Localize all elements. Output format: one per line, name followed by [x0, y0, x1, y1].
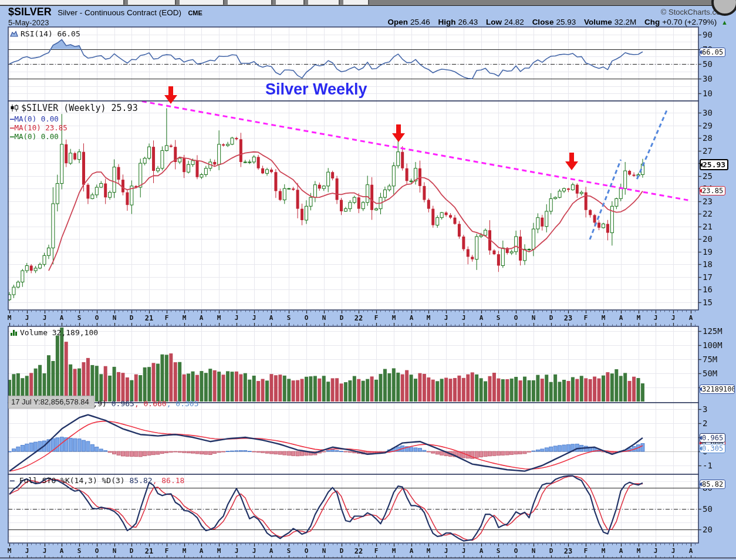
- month-axis-label: S: [497, 547, 501, 555]
- ppo-hist-value: 0.305: [175, 399, 198, 408]
- axis-tick-label: 2: [703, 419, 707, 428]
- quote-line: Open25.46 High26.43 Low24.82 Close25.93 …: [381, 18, 728, 26]
- month-axis-label: D: [340, 547, 344, 555]
- month-axis-label: J: [444, 547, 448, 555]
- month-axis-label: 23: [564, 547, 572, 555]
- month-axis-label: J: [25, 547, 29, 555]
- axis-tick-label: 20: [703, 234, 713, 244]
- rsi-label: RSI(14) 66.05: [21, 29, 80, 38]
- close-price-bubble: 25.93: [700, 159, 728, 170]
- axis-tick-label: -1: [703, 461, 713, 470]
- symbol-label: $SILVER: [8, 6, 52, 18]
- month-axis-label: J: [43, 547, 47, 555]
- chg-label: Chg: [644, 18, 660, 26]
- ma-line-swatch: —: [10, 123, 15, 132]
- month-axis-label: J: [462, 314, 466, 322]
- ma-line-label: MA(0) 0.00: [15, 114, 59, 123]
- ma-line-swatch: —: [10, 132, 15, 141]
- rsi-legend: RSI(14) 66.05: [10, 29, 80, 38]
- month-axis-label: A: [269, 314, 274, 322]
- ppo-signal-value: 0.660: [144, 399, 167, 408]
- month-axis-label: O: [305, 314, 309, 322]
- hover-tooltip: 17 Jul Y:82,856,578.84: [8, 396, 94, 409]
- month-axis-label: F: [584, 314, 588, 322]
- month-axis-label: A: [269, 547, 274, 555]
- month-axis-label: A: [200, 547, 204, 555]
- browser-tab-fragment: [128, 0, 176, 5]
- ma10-price-bubble: 23.85: [700, 186, 725, 195]
- axis-tick-label: 21: [703, 222, 713, 231]
- volume-value: 32.2M: [615, 18, 637, 26]
- sto-legend: — Full STO %K(14,3) %D(3) 85.82, 86.18: [10, 476, 184, 485]
- axis-tick-label: 10: [703, 89, 713, 98]
- month-axis-label: O: [514, 314, 518, 322]
- month-axis-label: N: [532, 547, 536, 555]
- axis-tick-label: 28: [703, 133, 713, 143]
- close-value: 25.93: [556, 18, 576, 26]
- month-axis-label: J: [671, 547, 676, 555]
- month-axis-label: F: [374, 547, 379, 555]
- month-axis-label: A: [619, 547, 623, 555]
- month-axis-label: M: [602, 314, 606, 322]
- low-label: Low: [486, 18, 502, 26]
- price-legend: $SILVER (Weekly) 25.93 —MA(0) 0.00—MA(10…: [10, 103, 138, 141]
- open-value: 25.46: [410, 18, 430, 26]
- month-axis-label: M: [392, 547, 396, 555]
- volume-label: Volume 32,189,100: [20, 328, 98, 337]
- rsi-indicator-icon: [10, 31, 18, 37]
- browser-tab-fragment: [276, 0, 305, 5]
- month-axis-label: J: [252, 547, 256, 555]
- sto-label: Full STO %K(14,3) %D(3): [19, 476, 125, 485]
- exchange-label: CME: [188, 9, 202, 16]
- month-axis-label: A: [480, 547, 484, 555]
- month-axis-label: F: [374, 314, 379, 322]
- month-axis-label: M: [637, 314, 641, 322]
- month-axis-label: M: [637, 547, 641, 555]
- ma-line-label: MA(0) 0.00: [15, 132, 59, 141]
- month-axis-label: M: [183, 314, 187, 322]
- ma-legend-row: —MA(0) 0.00: [10, 132, 138, 141]
- browser-tab-fragment: [180, 0, 224, 5]
- month-axis-label: N: [322, 314, 326, 322]
- month-axis-label: M: [217, 314, 221, 322]
- month-axis-label: A: [60, 547, 64, 555]
- chg-up-arrow-icon: ▲: [721, 19, 728, 26]
- axis-tick-label: 75M: [703, 355, 717, 364]
- axis-tick-label: 3: [703, 404, 707, 414]
- sto-k-value: 85.82: [130, 476, 153, 485]
- ma-legend-row: —MA(10) 23.85: [10, 123, 138, 132]
- month-axis-label: A: [410, 314, 414, 322]
- axis-tick-label: 22: [703, 209, 713, 218]
- axis-tick-label: 25: [703, 171, 713, 181]
- axis-tick-label: 16: [703, 285, 713, 294]
- browser-tab-fragment: [343, 0, 369, 5]
- month-axis-label: M: [217, 547, 221, 555]
- high-value: 26.43: [458, 18, 478, 26]
- month-axis-label: O: [305, 547, 309, 555]
- month-axis-label: D: [130, 314, 134, 322]
- ma-line-label: MA(10) 23.85: [15, 123, 67, 132]
- axis-tick-label: 50: [703, 504, 713, 514]
- month-axis-label: M: [183, 547, 187, 555]
- month-axis-label: N: [532, 314, 536, 322]
- axis-tick-label: 50: [703, 59, 713, 69]
- month-axis-label: D: [549, 547, 553, 555]
- stockcharts-page: $SILVER Silver - Continuous Contract (EO…: [0, 0, 736, 560]
- month-axis-label: 21: [145, 547, 153, 555]
- symbol-name: Silver - Continuous Contract (EOD): [58, 8, 181, 17]
- high-label: High: [438, 18, 456, 26]
- month-axis-label: A: [689, 314, 693, 322]
- month-axis-label: A: [60, 314, 64, 322]
- month-axis-label: J: [462, 547, 466, 555]
- month-axis-label: A: [689, 547, 693, 555]
- axis-tick-label: 23: [703, 197, 713, 206]
- month-axis-label: J: [654, 314, 658, 322]
- ppo-value-bubble: 0.965: [700, 433, 725, 443]
- axis-tick-label: 29: [703, 121, 713, 130]
- browser-strip: [0, 0, 736, 6]
- open-label: Open: [387, 18, 408, 26]
- down-arrow-annotation: [565, 153, 578, 170]
- low-value: 24.82: [504, 18, 524, 26]
- month-axis-label: S: [77, 547, 82, 555]
- month-axis-label: M: [8, 314, 12, 322]
